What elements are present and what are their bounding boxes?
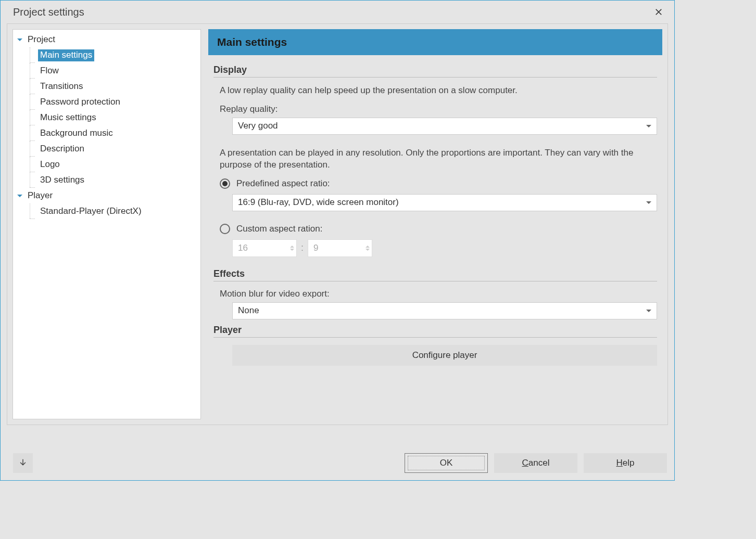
display-hint: A low replay quality can help speed up t… — [213, 85, 657, 97]
tree-item-transitions[interactable]: Transitions — [13, 79, 200, 94]
select-value: None — [238, 305, 259, 316]
stepper-value: 9 — [313, 243, 318, 253]
chevron-down-icon — [646, 125, 651, 127]
radio-label: Predefined aspect ratio: — [236, 178, 330, 189]
tree-item-project[interactable]: Project — [13, 32, 200, 47]
tree-label: Flow — [38, 65, 61, 77]
panel-header: Main settings — [208, 29, 662, 55]
section-player: Player — [213, 325, 657, 338]
tree-item-flow[interactable]: Flow — [13, 63, 200, 79]
radio-icon — [220, 224, 230, 234]
panel-title: Main settings — [217, 36, 287, 48]
ok-button[interactable]: OK — [405, 453, 488, 473]
window-title: Project settings — [13, 6, 651, 18]
tree-label: 3D settings — [38, 174, 86, 186]
cancel-button[interactable]: Cancel — [494, 453, 577, 473]
section-display: Display — [213, 65, 657, 78]
chevron-down-icon — [646, 201, 651, 204]
replay-quality-select[interactable]: Very good — [232, 118, 657, 135]
motion-blur-label: Motion blur for video export: — [213, 289, 657, 299]
tree-item-standard-player[interactable]: Standard-Player (DirectX) — [13, 203, 200, 219]
button-label: Configure player — [412, 350, 477, 361]
tree-label: Logo — [38, 159, 62, 171]
panel-body: Display A low replay quality can help sp… — [208, 55, 662, 371]
tree-label: Password protection — [38, 96, 122, 108]
custom-width-stepper[interactable]: 16 — [232, 239, 297, 257]
tree-item-3d-settings[interactable]: 3D settings — [13, 172, 200, 188]
custom-height-stepper[interactable]: 9 — [308, 239, 372, 257]
tree-item-player[interactable]: Player — [13, 188, 200, 203]
button-label: Help — [616, 458, 635, 468]
tree-item-main-settings[interactable]: Main settings — [13, 47, 200, 63]
button-label: Cancel — [522, 458, 550, 468]
tree-item-music-settings[interactable]: Music settings — [13, 110, 200, 125]
select-value: Very good — [238, 121, 278, 131]
tree-label: Background music — [38, 127, 115, 139]
section-effects: Effects — [213, 268, 657, 281]
select-value: 16:9 (Blu-ray, DVD, wide screen monitor) — [238, 197, 399, 208]
button-label: OK — [440, 458, 453, 468]
export-down-button[interactable] — [13, 453, 33, 473]
tree-label: Music settings — [38, 112, 98, 124]
tree-label: Project — [26, 34, 57, 46]
chevron-down-icon — [17, 38, 22, 41]
tree-item-background-music[interactable]: Background music — [13, 125, 200, 141]
stepper-value: 16 — [238, 243, 248, 253]
tree-label: Main settings — [38, 49, 94, 61]
aspect-ratio-select[interactable]: 16:9 (Blu-ray, DVD, wide screen monitor) — [232, 194, 657, 211]
replay-quality-label: Replay quality: — [213, 104, 657, 114]
dialog-footer: OK Cancel Help — [1, 425, 674, 480]
tree-item-logo[interactable]: Logo — [13, 157, 200, 172]
help-button[interactable]: Help — [584, 453, 667, 473]
radio-custom-aspect[interactable]: Custom aspect ration: — [213, 224, 657, 234]
tree-label: Description — [38, 143, 86, 155]
content-frame: Project Main settings Flow Transitions P… — [7, 23, 668, 425]
custom-aspect-row: 16 : 9 — [213, 239, 657, 257]
radio-icon — [220, 178, 230, 189]
radio-predefined-aspect[interactable]: Predefined aspect ratio: — [213, 178, 657, 189]
tree-label: Standard-Player (DirectX) — [38, 206, 144, 217]
motion-blur-select[interactable]: None — [232, 302, 657, 319]
tree-label: Player — [26, 190, 55, 202]
settings-tree: Project Main settings Flow Transitions P… — [12, 29, 201, 419]
tree-item-description[interactable]: Description — [13, 141, 200, 157]
project-settings-dialog: Project settings Project Main settings F… — [0, 0, 675, 481]
tree-label: Transitions — [38, 81, 85, 93]
chevron-down-icon — [646, 310, 651, 312]
chevron-down-icon — [17, 195, 22, 197]
settings-panel: Main settings Display A low replay quali… — [208, 29, 662, 419]
titlebar: Project settings — [1, 1, 674, 23]
configure-player-button[interactable]: Configure player — [232, 345, 657, 366]
tree-item-password-protection[interactable]: Password protection — [13, 94, 200, 110]
close-icon[interactable] — [651, 5, 666, 19]
colon-separator: : — [301, 242, 304, 253]
radio-label: Custom aspect ration: — [236, 224, 322, 234]
resolution-hint: A presentation can be played in any reso… — [213, 147, 657, 171]
